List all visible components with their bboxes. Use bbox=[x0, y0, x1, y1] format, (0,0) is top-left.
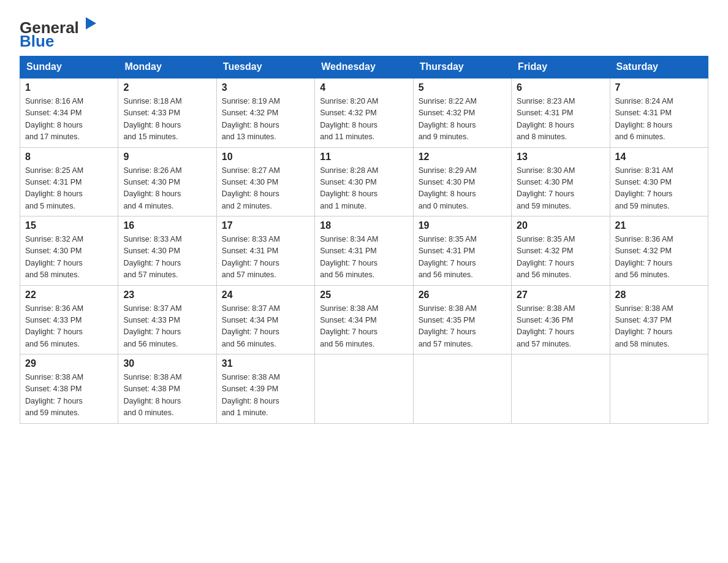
day-info: Sunrise: 8:38 AM Sunset: 4:37 PM Dayligh… bbox=[615, 303, 703, 351]
day-number: 11 bbox=[320, 151, 408, 163]
calendar-week-row: 8 Sunrise: 8:25 AM Sunset: 4:31 PM Dayli… bbox=[20, 147, 708, 216]
day-info: Sunrise: 8:22 AM Sunset: 4:32 PM Dayligh… bbox=[419, 96, 506, 144]
logo-svg: General Blue bbox=[20, 15, 99, 48]
day-info: Sunrise: 8:23 AM Sunset: 4:31 PM Dayligh… bbox=[517, 96, 604, 144]
calendar-week-row: 15 Sunrise: 8:32 AM Sunset: 4:30 PM Dayl… bbox=[20, 216, 708, 286]
day-info: Sunrise: 8:32 AM Sunset: 4:30 PM Dayligh… bbox=[25, 234, 113, 282]
day-info: Sunrise: 8:27 AM Sunset: 4:30 PM Dayligh… bbox=[222, 165, 309, 213]
day-info: Sunrise: 8:36 AM Sunset: 4:33 PM Dayligh… bbox=[25, 303, 113, 351]
day-number: 22 bbox=[25, 289, 113, 301]
day-number: 14 bbox=[615, 151, 703, 163]
calendar-cell bbox=[610, 354, 708, 424]
calendar-week-row: 22 Sunrise: 8:36 AM Sunset: 4:33 PM Dayl… bbox=[20, 285, 708, 354]
calendar-cell: 18 Sunrise: 8:34 AM Sunset: 4:31 PM Dayl… bbox=[315, 216, 413, 286]
calendar-cell: 5 Sunrise: 8:22 AM Sunset: 4:32 PM Dayli… bbox=[413, 78, 511, 147]
day-info: Sunrise: 8:35 AM Sunset: 4:32 PM Dayligh… bbox=[517, 234, 604, 282]
day-number: 27 bbox=[517, 289, 604, 301]
day-number: 1 bbox=[25, 82, 113, 93]
col-header-tuesday: Tuesday bbox=[216, 56, 314, 79]
day-info: Sunrise: 8:19 AM Sunset: 4:32 PM Dayligh… bbox=[222, 96, 309, 144]
day-number: 30 bbox=[123, 358, 211, 369]
calendar-cell: 10 Sunrise: 8:27 AM Sunset: 4:30 PM Dayl… bbox=[216, 147, 314, 216]
col-header-friday: Friday bbox=[512, 56, 610, 79]
day-number: 21 bbox=[615, 220, 703, 231]
col-header-sunday: Sunday bbox=[20, 56, 118, 79]
calendar-cell: 21 Sunrise: 8:36 AM Sunset: 4:32 PM Dayl… bbox=[610, 216, 708, 286]
calendar-cell: 6 Sunrise: 8:23 AM Sunset: 4:31 PM Dayli… bbox=[512, 78, 610, 147]
calendar-cell: 12 Sunrise: 8:29 AM Sunset: 4:30 PM Dayl… bbox=[413, 147, 511, 216]
day-info: Sunrise: 8:38 AM Sunset: 4:34 PM Dayligh… bbox=[320, 303, 408, 351]
day-number: 6 bbox=[517, 82, 604, 93]
svg-marker-1 bbox=[86, 17, 96, 29]
day-info: Sunrise: 8:18 AM Sunset: 4:33 PM Dayligh… bbox=[123, 96, 211, 144]
calendar-cell: 26 Sunrise: 8:38 AM Sunset: 4:35 PM Dayl… bbox=[413, 285, 511, 354]
calendar-week-row: 1 Sunrise: 8:16 AM Sunset: 4:34 PM Dayli… bbox=[20, 78, 708, 147]
day-info: Sunrise: 8:38 AM Sunset: 4:36 PM Dayligh… bbox=[517, 303, 604, 351]
calendar-cell: 29 Sunrise: 8:38 AM Sunset: 4:38 PM Dayl… bbox=[20, 354, 118, 424]
day-number: 31 bbox=[222, 358, 309, 369]
day-info: Sunrise: 8:29 AM Sunset: 4:30 PM Dayligh… bbox=[419, 165, 506, 213]
calendar-week-row: 29 Sunrise: 8:38 AM Sunset: 4:38 PM Dayl… bbox=[20, 354, 708, 424]
day-number: 17 bbox=[222, 220, 309, 231]
calendar-table: SundayMondayTuesdayWednesdayThursdayFrid… bbox=[20, 56, 708, 424]
calendar-cell: 2 Sunrise: 8:18 AM Sunset: 4:33 PM Dayli… bbox=[118, 78, 216, 147]
calendar-cell: 20 Sunrise: 8:35 AM Sunset: 4:32 PM Dayl… bbox=[512, 216, 610, 286]
calendar-cell: 11 Sunrise: 8:28 AM Sunset: 4:30 PM Dayl… bbox=[315, 147, 413, 216]
calendar-cell: 7 Sunrise: 8:24 AM Sunset: 4:31 PM Dayli… bbox=[610, 78, 708, 147]
calendar-cell: 4 Sunrise: 8:20 AM Sunset: 4:32 PM Dayli… bbox=[315, 78, 413, 147]
day-info: Sunrise: 8:37 AM Sunset: 4:34 PM Dayligh… bbox=[222, 303, 309, 351]
day-number: 19 bbox=[419, 220, 506, 231]
day-info: Sunrise: 8:37 AM Sunset: 4:33 PM Dayligh… bbox=[123, 303, 211, 351]
day-number: 12 bbox=[419, 151, 506, 163]
calendar-cell: 30 Sunrise: 8:38 AM Sunset: 4:38 PM Dayl… bbox=[118, 354, 216, 424]
day-info: Sunrise: 8:20 AM Sunset: 4:32 PM Dayligh… bbox=[320, 96, 408, 144]
day-info: Sunrise: 8:38 AM Sunset: 4:38 PM Dayligh… bbox=[25, 372, 113, 419]
calendar-cell: 22 Sunrise: 8:36 AM Sunset: 4:33 PM Dayl… bbox=[20, 285, 118, 354]
day-info: Sunrise: 8:31 AM Sunset: 4:30 PM Dayligh… bbox=[615, 165, 703, 213]
calendar-cell: 28 Sunrise: 8:38 AM Sunset: 4:37 PM Dayl… bbox=[610, 285, 708, 354]
day-number: 18 bbox=[320, 220, 408, 231]
day-number: 29 bbox=[25, 358, 113, 369]
day-number: 2 bbox=[123, 82, 211, 93]
day-number: 23 bbox=[123, 289, 211, 301]
calendar-cell: 23 Sunrise: 8:37 AM Sunset: 4:33 PM Dayl… bbox=[118, 285, 216, 354]
calendar-cell: 14 Sunrise: 8:31 AM Sunset: 4:30 PM Dayl… bbox=[610, 147, 708, 216]
day-number: 10 bbox=[222, 151, 309, 163]
day-number: 25 bbox=[320, 289, 408, 301]
day-info: Sunrise: 8:33 AM Sunset: 4:30 PM Dayligh… bbox=[123, 234, 211, 282]
day-number: 7 bbox=[615, 82, 703, 93]
calendar-cell: 17 Sunrise: 8:33 AM Sunset: 4:31 PM Dayl… bbox=[216, 216, 314, 286]
day-info: Sunrise: 8:34 AM Sunset: 4:31 PM Dayligh… bbox=[320, 234, 408, 282]
day-info: Sunrise: 8:24 AM Sunset: 4:31 PM Dayligh… bbox=[615, 96, 703, 144]
day-number: 20 bbox=[517, 220, 604, 231]
day-info: Sunrise: 8:38 AM Sunset: 4:35 PM Dayligh… bbox=[419, 303, 506, 351]
day-info: Sunrise: 8:38 AM Sunset: 4:39 PM Dayligh… bbox=[222, 372, 309, 419]
calendar-cell: 8 Sunrise: 8:25 AM Sunset: 4:31 PM Dayli… bbox=[20, 147, 118, 216]
calendar-cell: 31 Sunrise: 8:38 AM Sunset: 4:39 PM Dayl… bbox=[216, 354, 314, 424]
calendar-cell: 24 Sunrise: 8:37 AM Sunset: 4:34 PM Dayl… bbox=[216, 285, 314, 354]
logo: General Blue bbox=[20, 15, 99, 48]
day-number: 3 bbox=[222, 82, 309, 93]
col-header-wednesday: Wednesday bbox=[315, 56, 413, 79]
day-number: 5 bbox=[419, 82, 506, 93]
day-info: Sunrise: 8:16 AM Sunset: 4:34 PM Dayligh… bbox=[25, 96, 113, 144]
page-header: General Blue bbox=[20, 15, 708, 48]
col-header-monday: Monday bbox=[118, 56, 216, 79]
calendar-cell: 13 Sunrise: 8:30 AM Sunset: 4:30 PM Dayl… bbox=[512, 147, 610, 216]
day-info: Sunrise: 8:36 AM Sunset: 4:32 PM Dayligh… bbox=[615, 234, 703, 282]
calendar-cell: 15 Sunrise: 8:32 AM Sunset: 4:30 PM Dayl… bbox=[20, 216, 118, 286]
calendar-cell: 9 Sunrise: 8:26 AM Sunset: 4:30 PM Dayli… bbox=[118, 147, 216, 216]
col-header-thursday: Thursday bbox=[413, 56, 511, 79]
day-number: 15 bbox=[25, 220, 113, 231]
day-number: 8 bbox=[25, 151, 113, 163]
day-number: 28 bbox=[615, 289, 703, 301]
calendar-cell: 19 Sunrise: 8:35 AM Sunset: 4:31 PM Dayl… bbox=[413, 216, 511, 286]
calendar-header-row: SundayMondayTuesdayWednesdayThursdayFrid… bbox=[20, 56, 708, 79]
day-number: 16 bbox=[123, 220, 211, 231]
calendar-cell: 27 Sunrise: 8:38 AM Sunset: 4:36 PM Dayl… bbox=[512, 285, 610, 354]
day-info: Sunrise: 8:38 AM Sunset: 4:38 PM Dayligh… bbox=[123, 372, 211, 419]
calendar-cell: 1 Sunrise: 8:16 AM Sunset: 4:34 PM Dayli… bbox=[20, 78, 118, 147]
day-number: 4 bbox=[320, 82, 408, 93]
calendar-cell: 16 Sunrise: 8:33 AM Sunset: 4:30 PM Dayl… bbox=[118, 216, 216, 286]
calendar-cell: 3 Sunrise: 8:19 AM Sunset: 4:32 PM Dayli… bbox=[216, 78, 314, 147]
